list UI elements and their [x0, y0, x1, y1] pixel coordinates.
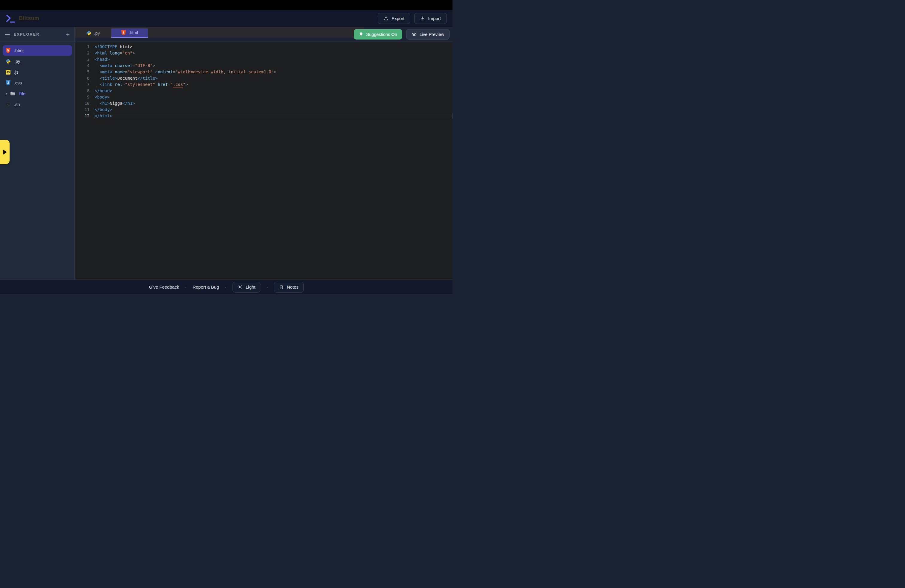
code-line-6[interactable]: 6<title>Document</title> [75, 75, 452, 81]
file-label: file [19, 91, 25, 96]
top-black-strip [0, 0, 452, 10]
code-line-9[interactable]: 9<body> [75, 94, 452, 100]
code-line-1[interactable]: 1<!DOCTYPE html> [75, 44, 452, 50]
code-editor[interactable]: 1<!DOCTYPE html>2<html lang="en">3<head>… [75, 42, 452, 280]
code-line-3[interactable]: 3<head> [75, 56, 452, 63]
sidebar-item-css[interactable]: 3.css [3, 78, 72, 88]
upload-icon [384, 16, 389, 21]
code-line-content: <link rel="stylesheet" href=".css"> [95, 81, 452, 88]
code-line-content: </html> [95, 113, 452, 119]
javascript-icon: JS [6, 70, 11, 75]
dot-separator: · [266, 284, 268, 289]
code-line-12[interactable]: 12</html> [75, 113, 452, 119]
code-line-content: <!DOCTYPE html> [95, 44, 452, 50]
sun-icon [238, 284, 243, 289]
code-line-content: <meta charset="UTF-8"> [95, 63, 452, 69]
file-label: .js [14, 70, 19, 75]
header-actions: Export Import [378, 13, 447, 24]
code-line-2[interactable]: 2<html lang="en"> [75, 50, 452, 56]
code-line-4[interactable]: 4<meta charset="UTF-8"> [75, 63, 452, 69]
indent-guide [97, 69, 97, 75]
code-line-content: <html lang="en"> [95, 50, 452, 56]
css3-icon: 3 [6, 80, 11, 86]
line-number: 3 [75, 56, 89, 63]
tab-label: .py [94, 31, 100, 36]
line-number: 8 [75, 88, 89, 94]
file-label: .html [14, 48, 23, 53]
side-pull-tab[interactable] [0, 140, 10, 164]
file-label: .css [14, 81, 22, 85]
code-line-content: <title>Document</title> [95, 75, 452, 81]
code-line-7[interactable]: 7<link rel="stylesheet" href=".css"> [75, 81, 452, 88]
code-line-11[interactable]: 11</body> [75, 106, 452, 113]
file-list: 5.html.pyJS.js3.cssfile>_.sh [0, 42, 75, 113]
folder-icon [10, 91, 16, 96]
menu-icon[interactable] [5, 33, 10, 36]
line-number: 11 [75, 106, 89, 113]
theme-toggle-label: Light [246, 284, 256, 289]
line-number: 9 [75, 94, 89, 100]
logo-text: Blitsum [19, 15, 39, 22]
file-label: .sh [14, 102, 20, 107]
code-line-8[interactable]: 8</head> [75, 88, 452, 94]
tab-py[interactable]: .py [75, 29, 111, 38]
line-number: 6 [75, 75, 89, 81]
line-number: 1 [75, 44, 89, 50]
app-header: Blitsum Export Import [0, 10, 452, 27]
editor-column: .py5.html Suggestions On [75, 27, 452, 280]
indent-guide [97, 100, 97, 106]
document-icon [279, 285, 284, 289]
line-number: 12 [75, 113, 89, 119]
code-line-content: <h1>Nigga</h1> [95, 100, 452, 106]
explorer-sidebar: EXPLORER + 5.html.pyJS.js3.cssfile>_.sh [0, 27, 75, 280]
sidebar-item-sh[interactable]: >_.sh [3, 99, 72, 110]
code-line-content: </head> [95, 88, 452, 94]
chevron-right-icon[interactable] [6, 92, 8, 95]
theme-toggle-button[interactable]: Light [233, 282, 261, 292]
indent-guide [97, 63, 97, 69]
line-number: 4 [75, 63, 89, 69]
dot-separator: · [225, 284, 227, 289]
indent-guide [97, 81, 97, 88]
lightbulb-icon [359, 32, 363, 37]
eye-icon [411, 32, 417, 37]
notes-button[interactable]: Notes [274, 282, 303, 292]
editor-actions: Suggestions On Live Preview [354, 29, 449, 40]
sidebar-item-file[interactable]: file [3, 88, 72, 99]
code-line-content: <body> [95, 94, 452, 100]
add-file-button[interactable]: + [66, 31, 70, 38]
line-number: 2 [75, 50, 89, 56]
code-line-content: <meta name="viewport" content="width=dev… [95, 69, 452, 75]
report-bug-link[interactable]: Report a Bug [192, 284, 219, 289]
sidebar-item-html[interactable]: 5.html [3, 45, 72, 56]
explorer-title: EXPLORER [14, 32, 40, 37]
play-icon [3, 150, 7, 154]
explorer-header: EXPLORER + [0, 27, 75, 42]
tab-html[interactable]: 5.html [111, 29, 148, 38]
download-icon [420, 16, 425, 21]
give-feedback-link[interactable]: Give Feedback [149, 284, 179, 289]
import-button[interactable]: Import [414, 13, 447, 24]
shell-icon: >_ [6, 102, 11, 107]
tab-label: .html [129, 30, 138, 35]
code-area: 1<!DOCTYPE html>2<html lang="en">3<head>… [75, 44, 452, 119]
code-line-5[interactable]: 5<meta name="viewport" content="width=de… [75, 69, 452, 75]
suggestions-toggle-button[interactable]: Suggestions On [354, 29, 402, 40]
code-line-10[interactable]: 10<h1>Nigga</h1> [75, 100, 452, 106]
sidebar-item-js[interactable]: JS.js [3, 67, 72, 77]
tab-strip: .py5.html [75, 27, 364, 38]
app-logo: Blitsum [6, 14, 39, 23]
live-preview-button[interactable]: Live Preview [406, 29, 449, 40]
indent-guide [97, 75, 97, 81]
file-label: .py [14, 59, 20, 64]
live-preview-label: Live Preview [419, 32, 444, 37]
line-number: 7 [75, 81, 89, 88]
html5-icon: 5 [6, 48, 11, 53]
export-label: Export [391, 16, 404, 21]
suggestions-label: Suggestions On [366, 32, 397, 37]
import-label: Import [428, 16, 441, 21]
code-line-content: </body> [95, 106, 452, 113]
sidebar-item-py[interactable]: .py [3, 56, 72, 67]
export-button[interactable]: Export [378, 13, 410, 24]
main-area: EXPLORER + 5.html.pyJS.js3.cssfile>_.sh … [0, 27, 452, 280]
